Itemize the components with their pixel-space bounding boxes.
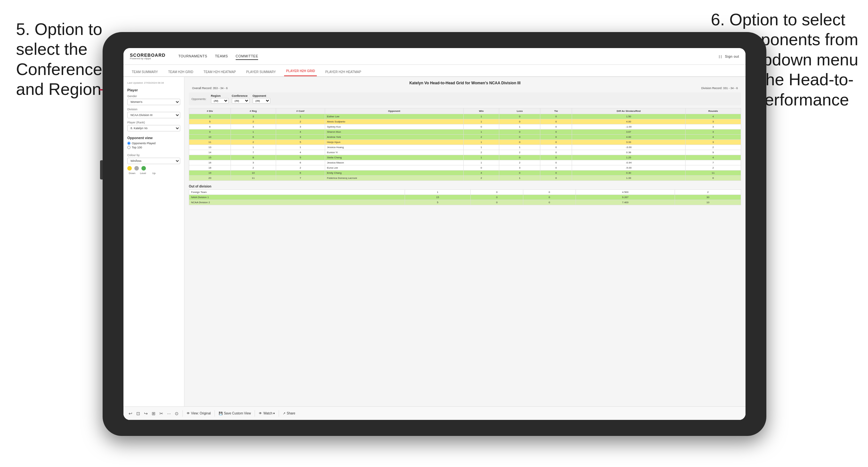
tablet-device: SCOREBOARD Powered by clippd TOURNAMENTS… [103,32,766,436]
col-header-tie: Tie [540,108,572,114]
row-1-cell-8: 3 [685,119,741,124]
row-0-cell-1: 3 [230,114,276,119]
division-select[interactable]: NCAA Division III NCAA Division I NCAA D… [127,112,180,118]
watch-button[interactable]: 👁 Watch ▾ [259,411,275,415]
row-7-cell-5: 2 [499,150,540,155]
nav-item-tournaments[interactable]: TOURNAMENTS [178,53,207,60]
scissors-icon[interactable]: ✂ [159,411,163,416]
col-header-rounds: Rounds [685,108,741,114]
ood-row-2-cell-1: 0 [471,200,523,205]
ood-row-0-cell-0: 1 [405,190,471,195]
top100-option[interactable]: Top 100 [127,146,180,149]
row-2-cell-7: -1.00 [572,124,686,129]
last-updated-text: Last Updated: 27/03/2024 08:34 [127,82,180,84]
row-10-cell-6: 0 [540,165,572,170]
redo-icon[interactable]: ↪ [144,411,148,416]
save-custom-view-button[interactable]: 💾 Save Custom View [219,411,251,415]
row-10-cell-3: Euna Lee [325,165,463,170]
row-0-cell-7: 1.50 [572,114,686,119]
nav-right-area: | | Sign out [719,53,739,60]
ood-row-1-cell-3: 9.267 [576,195,675,200]
player-rank-label: Player (Rank) [127,121,180,124]
ood-table-row: Foreign Team1004.5002 [189,190,741,195]
sub-nav-team-summary[interactable]: TEAM SUMMARY [130,68,160,76]
dot-icon: ··· [167,411,171,416]
row-5-cell-5: 0 [499,140,540,145]
row-8-cell-2: 5 [276,155,325,160]
report-content-area: Katelyn Vo Head-to-Head Grid for Women's… [184,77,745,420]
tablet-screen: SCOREBOARD Powered by clippd TOURNAMENTS… [123,48,745,420]
row-2-cell-5: 1 [499,124,540,129]
row-12-cell-8: 6 [685,176,741,181]
division-record-value: 331 - 34 - 6 [723,87,738,90]
table-row: 1063Andrea York2004.004 [189,135,741,140]
colour-by-select[interactable]: Win/loss [127,158,180,164]
sub-nav-player-summary[interactable]: PLAYER SUMMARY [244,68,278,76]
sub-nav-player-h2h-heatmap[interactable]: PLAYER H2H HEATMAP [323,68,363,76]
main-content-area: Last Updated: 27/03/2024 08:34 Player Ge… [123,77,745,420]
ood-row-2-cell-4: 10 [675,200,741,205]
row-8-cell-3: Stella Cheng [325,155,463,160]
clock-icon[interactable]: ⊙ [175,411,179,416]
row-0-cell-2: 1 [276,114,325,119]
share-icon: ↗ [283,411,285,415]
sub-nav-player-h2h-grid[interactable]: PLAYER H2H GRID [284,67,317,76]
toolbar-separator-4 [279,410,279,417]
sign-out-link[interactable]: Sign out [725,53,739,60]
row-6-cell-8: 2 [685,145,741,150]
row-3-cell-3: Sharon Mun [325,129,463,135]
nav-item-committee[interactable]: COMMITTEE [236,53,258,60]
row-3-cell-2: 4 [276,129,325,135]
opponent-filter-select[interactable]: (All) [253,98,270,103]
share-button[interactable]: ↗ Share [283,411,295,415]
row-3-cell-8: 3 [685,129,741,135]
row-9-cell-2: 6 [276,160,325,165]
ood-row-1-cell-4: 30 [675,195,741,200]
division-record: Division Record: 331 - 34 - 6 [701,87,738,90]
out-of-division-table: Foreign Team1004.5002NAIA Division 11500… [189,189,741,205]
sub-nav-team-h2h-grid[interactable]: TEAM H2H GRID [166,68,195,76]
row-7-cell-8: 9 [685,150,741,155]
table-row: 1585Stella Cheng1001.254 [189,155,741,160]
row-1-cell-5: 0 [499,119,540,124]
expand-icon[interactable]: ⊞ [152,411,156,416]
sub-nav-team-h2h-heatmap[interactable]: TEAM H2H HEATMAP [202,68,238,76]
row-1-cell-4: 1 [463,119,499,124]
ood-row-0-cell-4: 2 [675,190,741,195]
opponents-played-option[interactable]: Opponents Played [127,142,180,145]
row-4-cell-3: Andrea York [325,135,463,140]
row-7-cell-0: 14 [189,150,231,155]
player-rank-select[interactable]: 8. Katelyn Vo [127,125,180,131]
ood-row-2-cell-2: 0 [523,200,576,205]
bottom-toolbar: ↩ ⊡ ↪ ⊞ ✂ ··· ⊙ 👁 View: Original 💾 Save … [123,406,745,420]
table-row: 20117Federica Domecq Lacroze2101.336 [189,176,741,181]
region-filter-select[interactable]: (All) [211,98,228,103]
row-6-cell-3: Jessica Huang [325,145,463,150]
row-4-cell-7: 4.00 [572,135,686,140]
top100-radio[interactable] [127,146,130,149]
row-2-cell-3: Sydney Kuo [325,124,463,129]
row-0-cell-6: 0 [540,114,572,119]
grid-icon[interactable]: ⊡ [136,411,140,416]
ood-row-1-label: NAIA Division 1 [189,195,405,200]
row-8-cell-8: 4 [685,155,741,160]
col-header-div: # Div [189,108,231,114]
row-9-cell-3: Jessica Mason [325,160,463,165]
row-1-cell-6: 0 [540,119,572,124]
conference-filter-select[interactable]: (All) [232,98,249,103]
row-3-cell-1: 1 [230,129,276,135]
row-10-cell-2: 2 [276,165,325,170]
opponents-played-radio[interactable] [127,142,130,145]
row-2-cell-6: 0 [540,124,572,129]
view-original-button[interactable]: 👁 View: Original [187,411,211,415]
row-8-cell-0: 15 [189,155,231,160]
save-icon: 💾 [219,411,222,415]
opponents-filter-label: Opponents: [191,97,207,101]
table-row: 914Sharon Mun1003.673 [189,129,741,135]
undo-icon[interactable]: ↩ [129,411,132,416]
gender-select[interactable]: Women's Men's [127,99,180,105]
nav-item-teams[interactable]: TEAMS [215,53,228,60]
col-header-win: Win [463,108,499,114]
ood-row-0-cell-1: 0 [471,190,523,195]
row-6-cell-2: 1 [276,145,325,150]
